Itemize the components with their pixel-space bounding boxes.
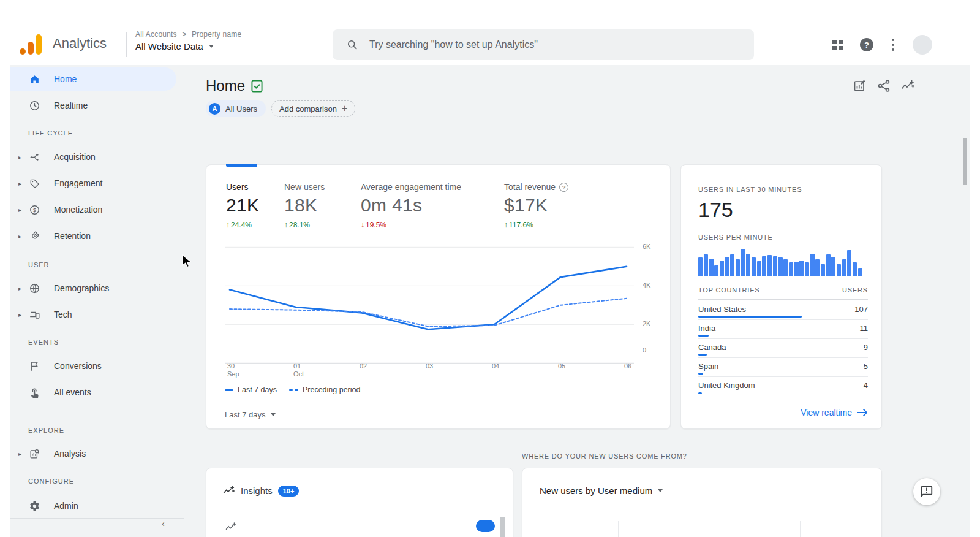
chart-gridline bbox=[618, 521, 619, 537]
feedback-button[interactable] bbox=[913, 478, 940, 505]
sidebar-item-acquisition[interactable]: ▸ Acquisition bbox=[10, 145, 176, 169]
country-bar bbox=[698, 335, 709, 337]
minute-bar bbox=[783, 259, 788, 276]
sidebar-item-home[interactable]: Home bbox=[10, 67, 176, 91]
sidebar-item-realtime[interactable]: Realtime bbox=[10, 94, 176, 117]
metric-engagement-time[interactable]: Average engagement time 0m 41s ↓19.5% bbox=[361, 182, 461, 229]
breadcrumb-accounts[interactable]: All Accounts bbox=[135, 30, 177, 39]
avatar[interactable] bbox=[913, 35, 932, 55]
apps-grid-icon[interactable] bbox=[832, 40, 843, 50]
view-realtime-link[interactable]: View realtime bbox=[801, 408, 868, 417]
expand-arrow-icon[interactable]: ▸ bbox=[18, 154, 21, 161]
plus-icon: + bbox=[342, 103, 347, 114]
left-nav: Home Realtime LIFE CYCLE ▸ Acquisition ▸… bbox=[10, 65, 184, 537]
monetization-icon: $ bbox=[28, 204, 40, 216]
breadcrumb-separator-icon: > bbox=[182, 30, 186, 39]
search-icon bbox=[346, 39, 358, 51]
minute-bar bbox=[767, 255, 772, 276]
users-per-minute-chart[interactable] bbox=[698, 246, 862, 276]
page-title: Home bbox=[206, 77, 263, 94]
flag-icon bbox=[28, 360, 40, 372]
country-bar bbox=[698, 392, 702, 394]
new-users-dropdown[interactable]: New users by User medium bbox=[540, 486, 663, 496]
overflow-menu-icon[interactable] bbox=[891, 39, 895, 51]
help-icon[interactable]: ? bbox=[860, 38, 873, 51]
trend-arrow-icon: ↑ bbox=[504, 221, 508, 229]
trend-arrow-icon: ↑ bbox=[226, 221, 230, 229]
sidebar-item-retention[interactable]: ▸ Retention bbox=[10, 224, 176, 248]
sidebar-item-monetization[interactable]: ▸ $ Monetization bbox=[10, 198, 176, 221]
page-scrollbar[interactable] bbox=[963, 138, 967, 185]
trend-arrow-icon: ↑ bbox=[284, 221, 288, 229]
minute-bar bbox=[821, 264, 825, 276]
date-range-selector[interactable]: Last 7 days bbox=[225, 410, 276, 419]
table-row[interactable]: United Kingdom4 bbox=[698, 377, 868, 396]
minute-bar bbox=[720, 261, 724, 276]
metric-total-revenue[interactable]: Total revenue? $17K ↑117.6% bbox=[504, 182, 568, 229]
gear-icon bbox=[28, 500, 40, 512]
arrow-right-icon bbox=[857, 408, 868, 417]
metric-new-users[interactable]: New users 18K ↑28.1% bbox=[284, 182, 325, 229]
help-circle-icon[interactable]: ? bbox=[559, 183, 568, 192]
minute-bar bbox=[725, 257, 729, 276]
sidebar-item-engagement[interactable]: ▸ Engagement bbox=[10, 172, 176, 195]
expand-arrow-icon[interactable]: ▸ bbox=[18, 233, 21, 240]
comparison-chips: A All Users Add comparison + bbox=[206, 100, 355, 117]
sidebar-item-demographics[interactable]: ▸ Demographics bbox=[10, 276, 176, 300]
sidebar-item-admin[interactable]: Admin bbox=[10, 494, 176, 517]
insight-new-badge bbox=[476, 520, 495, 532]
search-input[interactable] bbox=[369, 39, 712, 50]
metric-users[interactable]: Users 21K ↑24.4% bbox=[226, 182, 259, 229]
minute-bar bbox=[847, 250, 851, 276]
collapse-nav-icon[interactable]: ‹ bbox=[162, 519, 165, 528]
app-shell: Home Realtime LIFE CYCLE ▸ Acquisition ▸… bbox=[10, 65, 970, 537]
expand-arrow-icon[interactable]: ▸ bbox=[18, 285, 21, 292]
minute-bar bbox=[842, 259, 846, 276]
nav-section-explore: EXPLORE bbox=[28, 427, 64, 434]
table-row[interactable]: India11 bbox=[698, 320, 868, 339]
insights-icon[interactable] bbox=[900, 78, 915, 93]
nav-section-events: EVENTS bbox=[28, 338, 59, 346]
sidebar-item-tech[interactable]: ▸ Tech bbox=[10, 303, 176, 326]
sidebar-item-conversions[interactable]: Conversions bbox=[10, 354, 176, 378]
minute-bar bbox=[799, 261, 804, 276]
users-per-minute-label: USERS PER MINUTE bbox=[698, 234, 773, 241]
minute-bar bbox=[757, 261, 761, 276]
insights-scrollbar[interactable] bbox=[500, 517, 505, 537]
table-row[interactable]: Spain5 bbox=[698, 358, 868, 377]
minute-bar bbox=[746, 254, 750, 276]
sidebar-item-analysis[interactable]: ▸ Analysis bbox=[10, 442, 176, 465]
realtime-card: USERS IN LAST 30 MINUTES 175 USERS PER M… bbox=[680, 164, 882, 429]
retention-magnet-icon bbox=[28, 230, 40, 242]
engagement-tag-icon bbox=[28, 177, 40, 189]
chart-gridline bbox=[709, 521, 709, 537]
countries-table-header: TOP COUNTRIESUSERS bbox=[698, 286, 868, 300]
minute-bar bbox=[714, 265, 718, 276]
minute-bar bbox=[837, 264, 841, 276]
add-comparison-chip[interactable]: Add comparison + bbox=[271, 100, 355, 117]
search-bar[interactable] bbox=[333, 29, 754, 60]
all-users-chip[interactable]: A All Users bbox=[206, 100, 266, 117]
table-row[interactable]: United States107 bbox=[698, 301, 868, 320]
solid-line-swatch bbox=[225, 389, 233, 391]
sidebar-item-all-events[interactable]: All events bbox=[10, 381, 176, 404]
expand-arrow-icon[interactable]: ▸ bbox=[18, 451, 21, 457]
chevron-down-icon bbox=[271, 413, 276, 416]
svg-text:$: $ bbox=[33, 207, 36, 213]
breadcrumb-property[interactable]: Property name bbox=[192, 30, 241, 39]
minute-bar bbox=[805, 262, 809, 276]
devices-icon bbox=[28, 308, 40, 321]
country-bar bbox=[698, 373, 703, 375]
customize-report-icon[interactable] bbox=[853, 78, 867, 93]
globe-icon bbox=[28, 282, 40, 294]
account-selector[interactable]: All Website Data bbox=[135, 41, 241, 51]
insights-count-badge[interactable]: 10+ bbox=[278, 486, 300, 497]
expand-arrow-icon[interactable]: ▸ bbox=[18, 207, 21, 213]
table-row[interactable]: Canada9 bbox=[698, 339, 868, 358]
country-bar bbox=[698, 316, 802, 318]
expand-arrow-icon[interactable]: ▸ bbox=[18, 180, 21, 187]
home-icon bbox=[28, 73, 40, 85]
share-icon[interactable] bbox=[876, 78, 891, 93]
users-trend-chart[interactable] bbox=[225, 238, 636, 368]
expand-arrow-icon[interactable]: ▸ bbox=[18, 311, 21, 318]
